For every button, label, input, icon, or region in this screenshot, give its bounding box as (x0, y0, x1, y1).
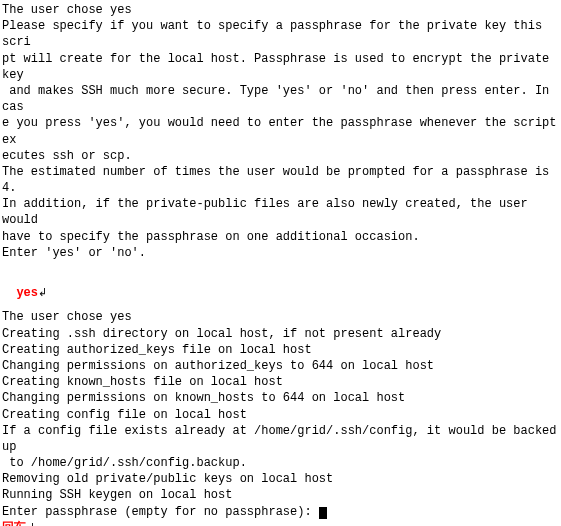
newline-marker-icon: ↲ (26, 521, 35, 526)
terminal-line: to /home/grid/.ssh/config.backup. (2, 455, 561, 471)
terminal-line: Please specify if you want to specify a … (2, 18, 561, 50)
user-input-line[interactable]: yes↲ (2, 269, 561, 301)
cursor-icon (319, 507, 327, 519)
terminal-line: have to specify the passphrase on one ad… (2, 229, 561, 245)
terminal-line: Changing permissions on authorized_keys … (2, 358, 561, 374)
terminal-line: The user chose yes (2, 2, 561, 18)
terminal-line: In addition, if the private-public files… (2, 196, 561, 228)
terminal-line: Running SSH keygen on local host (2, 487, 561, 503)
terminal-output-block-1: The user chose yes Please specify if you… (2, 2, 561, 261)
terminal-line: pt will create for the local host. Passp… (2, 51, 561, 83)
terminal-line: ecutes ssh or scp. (2, 148, 561, 164)
terminal-output-block-2: The user chose yes Creating .ssh directo… (2, 309, 561, 503)
terminal-line: The estimated number of times the user w… (2, 164, 561, 196)
terminal-line: e you press 'yes', you would need to ent… (2, 115, 561, 147)
passphrase-prompt-text: Enter passphrase (empty for no passphras… (2, 505, 319, 519)
terminal-line: Changing permissions on known_hosts to 6… (2, 390, 561, 406)
terminal-line: Creating .ssh directory on local host, i… (2, 326, 561, 342)
newline-marker-icon: ↲ (38, 286, 47, 298)
terminal-line: If a config file exists already at /home… (2, 423, 561, 455)
annotation-line: 回车↲ (2, 520, 561, 526)
terminal-line: Removing old private/public keys on loca… (2, 471, 561, 487)
terminal-line: Enter 'yes' or 'no'. (2, 245, 561, 261)
terminal-line: Creating known_hosts file on local host (2, 374, 561, 390)
terminal-line: Creating authorized_keys file on local h… (2, 342, 561, 358)
terminal-line: Creating config file on local host (2, 407, 561, 423)
annotation-label: 回车 (2, 521, 26, 526)
user-input-text: yes (16, 286, 38, 300)
terminal-line: The user chose yes (2, 309, 561, 325)
terminal-line: and makes SSH much more secure. Type 'ye… (2, 83, 561, 115)
passphrase-prompt-line[interactable]: Enter passphrase (empty for no passphras… (2, 504, 561, 520)
